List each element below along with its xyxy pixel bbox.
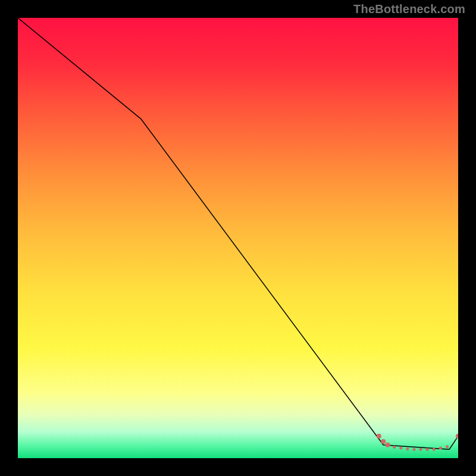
highlight-marker-group bbox=[377, 434, 458, 451]
highlight-marker bbox=[399, 446, 402, 449]
highlight-marker bbox=[381, 439, 386, 444]
highlight-marker bbox=[426, 448, 429, 451]
chart-svg bbox=[18, 18, 458, 458]
highlight-marker bbox=[439, 446, 442, 449]
highlight-marker bbox=[406, 447, 409, 450]
highlight-marker bbox=[413, 448, 416, 451]
chart-frame: TheBottleneck.com bbox=[0, 0, 476, 476]
highlight-marker bbox=[419, 448, 422, 451]
highlight-marker bbox=[456, 434, 458, 439]
highlight-marker bbox=[386, 443, 390, 447]
highlight-marker bbox=[433, 448, 436, 451]
highlight-marker bbox=[377, 434, 381, 439]
highlight-marker bbox=[446, 445, 449, 448]
plot-area bbox=[18, 18, 458, 458]
bottleneck-curve-line bbox=[18, 18, 458, 449]
watermark-label: TheBottleneck.com bbox=[353, 2, 465, 16]
highlight-marker bbox=[393, 446, 396, 449]
